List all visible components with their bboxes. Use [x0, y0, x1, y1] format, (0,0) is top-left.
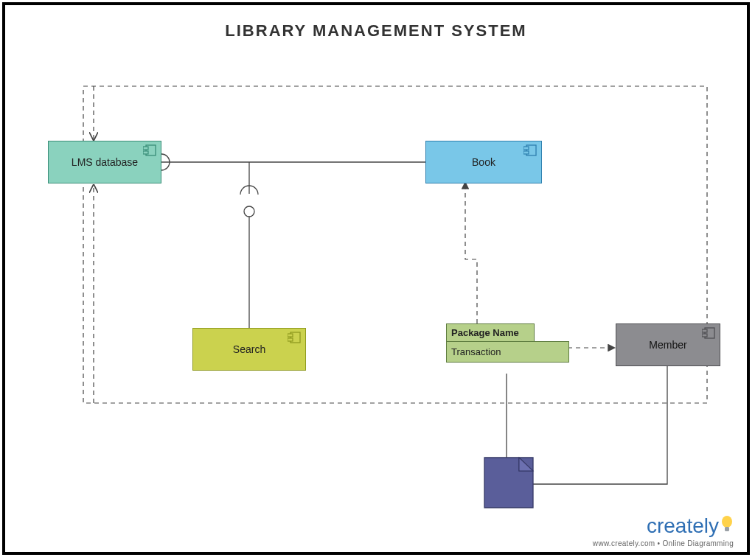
svg-rect-22 — [725, 527, 729, 531]
svg-rect-10 — [143, 147, 148, 150]
svg-rect-16 — [288, 334, 293, 337]
component-search: Search — [192, 328, 306, 371]
component-icon — [143, 144, 156, 158]
component-icon — [702, 327, 715, 341]
package-transaction: Package Name Transaction — [446, 323, 568, 363]
brand-tagline: www.creately.com • Online Diagramming — [593, 539, 734, 547]
svg-rect-14 — [523, 151, 529, 154]
component-icon — [288, 332, 301, 346]
component-icon — [523, 144, 537, 158]
svg-rect-13 — [523, 147, 529, 150]
component-member: Member — [616, 323, 720, 366]
svg-rect-17 — [288, 338, 293, 341]
component-book: Book — [425, 141, 542, 183]
svg-point-5 — [244, 206, 254, 217]
diagram-title: LIBRARY MANAGEMENT SYSTEM — [5, 21, 747, 41]
package-title: Package Name — [447, 324, 534, 341]
connector-layer — [5, 5, 747, 552]
brand-text: creately — [647, 514, 719, 537]
lightbulb-icon — [720, 515, 734, 539]
component-lms-database: LMS database — [48, 141, 161, 183]
credit-block: creately www.creately.com • Online Diagr… — [593, 514, 734, 547]
svg-rect-19 — [702, 329, 707, 332]
brand-logo: creately — [593, 514, 734, 539]
svg-point-21 — [722, 516, 732, 528]
diagram-frame: LIBRARY MANAGEMENT SYSTEM — [2, 2, 750, 555]
svg-rect-20 — [702, 334, 707, 337]
svg-rect-11 — [143, 151, 148, 154]
package-body: Transaction — [447, 342, 568, 362]
svg-rect-0 — [83, 86, 707, 403]
